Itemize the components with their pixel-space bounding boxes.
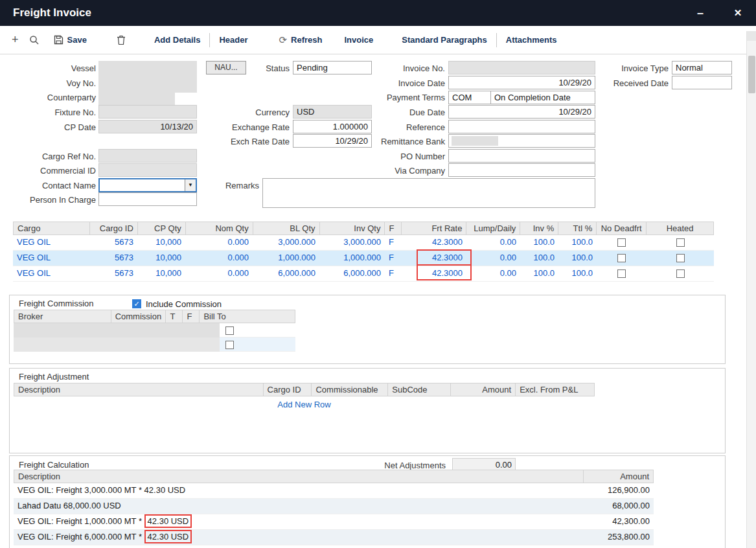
inv-pct-cell[interactable]: 100.0: [520, 266, 558, 281]
payment-terms-desc-field[interactable]: On Completion Date: [490, 91, 595, 104]
attachments-button[interactable]: Attachments: [506, 35, 557, 45]
cargo-table-row[interactable]: VEG OIL 5673 10,000 0.000 1,000.000 1,00…: [13, 251, 714, 266]
no-deadfrt-checkbox[interactable]: [617, 269, 626, 278]
bl-qty-cell[interactable]: 1,000.000: [253, 251, 319, 266]
bl-qty-cell[interactable]: 6,000.000: [253, 266, 319, 281]
frt-rate-cell[interactable]: 42.3000: [402, 251, 466, 266]
counterparty-field[interactable]: [98, 93, 175, 106]
nom-qty-cell[interactable]: 0.000: [185, 235, 253, 250]
add-details-label: Add Details: [154, 35, 201, 45]
payment-terms-code-field[interactable]: COM: [448, 91, 491, 104]
heated-cell: [647, 251, 714, 266]
via-company-field[interactable]: [448, 163, 595, 177]
cargo-table-header: Cargo Cargo ID CP Qty Nom Qty BL Qty Inv…: [13, 222, 714, 235]
po-number-field[interactable]: [448, 149, 595, 163]
cargo-table-row[interactable]: VEG OIL 5673 10,000 0.000 6,000.000 6,00…: [13, 266, 714, 282]
remittance-bank-field[interactable]: [448, 134, 595, 148]
contact-name-dropdown[interactable]: ▼: [98, 178, 197, 192]
voy-no-field[interactable]: [98, 77, 197, 93]
vessel-field[interactable]: [98, 61, 197, 77]
remarks-textarea[interactable]: [262, 178, 595, 208]
commission-row[interactable]: [14, 323, 295, 337]
cargo-ref-no-field[interactable]: [98, 149, 197, 163]
broker-field[interactable]: [14, 337, 220, 352]
chevron-down-icon[interactable]: ▼: [185, 179, 196, 191]
cp-date-field[interactable]: 10/13/20: [98, 120, 197, 133]
exchange-rate-field[interactable]: 1.000000: [293, 120, 372, 133]
ttl-pct-cell[interactable]: 100.0: [558, 235, 597, 250]
broker-field[interactable]: [14, 323, 220, 337]
cargo-cell[interactable]: VEG OIL: [13, 266, 89, 281]
commission-row[interactable]: [14, 337, 295, 352]
bill-to-checkbox[interactable]: [225, 341, 234, 349]
received-date-field[interactable]: [672, 76, 732, 89]
include-commission-checkbox[interactable]: ✓: [132, 299, 141, 308]
add-button[interactable]: +: [12, 33, 19, 47]
minimize-icon[interactable]: –: [687, 6, 713, 20]
save-button[interactable]: Save: [54, 35, 87, 45]
person-in-charge-field[interactable]: [98, 192, 197, 206]
inv-pct-cell[interactable]: 100.0: [520, 235, 558, 250]
heated-checkbox[interactable]: [676, 269, 685, 278]
commercial-id-field[interactable]: [98, 163, 197, 177]
nau-button[interactable]: NAU...: [206, 61, 246, 74]
status-field[interactable]: Pending: [293, 61, 372, 74]
column-header: T: [166, 310, 183, 323]
lump-daily-cell[interactable]: 0.00: [466, 266, 520, 281]
heated-checkbox[interactable]: [676, 254, 685, 262]
inv-qty-cell[interactable]: 1,000.000: [319, 251, 385, 266]
add-details-button[interactable]: Add Details: [154, 35, 201, 45]
via-company-label: Via Company: [363, 164, 445, 177]
currency-field[interactable]: USD: [293, 105, 372, 119]
ttl-pct-cell[interactable]: 100.0: [558, 251, 597, 266]
cargo-id-cell[interactable]: 5673: [89, 266, 137, 281]
reference-field[interactable]: [448, 120, 595, 133]
delete-button[interactable]: [117, 35, 126, 45]
nom-qty-cell[interactable]: 0.000: [185, 266, 253, 281]
inv-qty-cell[interactable]: 6,000.000: [319, 266, 385, 281]
scrollbar-top-button[interactable]: [747, 31, 756, 41]
exch-rate-date-label: Exch Rate Date: [214, 135, 290, 148]
no-deadfrt-checkbox[interactable]: [617, 238, 626, 247]
f-cell[interactable]: F: [385, 235, 402, 250]
search-button[interactable]: [29, 35, 40, 45]
lump-daily-cell[interactable]: 0.00: [466, 251, 520, 266]
fixture-no-field[interactable]: [98, 105, 197, 119]
inv-qty-cell[interactable]: 3,000.000: [319, 235, 385, 250]
close-icon[interactable]: ✕: [725, 7, 751, 19]
invoice-no-field[interactable]: [448, 61, 595, 74]
cp-qty-cell[interactable]: 10,000: [137, 235, 185, 250]
bl-qty-cell[interactable]: 3,000.000: [253, 235, 319, 250]
cargo-id-cell[interactable]: 5673: [89, 235, 137, 250]
lump-daily-cell[interactable]: 0.00: [466, 235, 520, 250]
f-cell[interactable]: F: [385, 266, 402, 281]
standard-paragraphs-button[interactable]: Standard Paragraphs: [402, 35, 487, 45]
invoice-date-field[interactable]: 10/29/20: [448, 76, 595, 89]
no-deadfrt-checkbox[interactable]: [617, 254, 626, 262]
frt-rate-cell[interactable]: 42.3000: [402, 266, 466, 281]
nom-qty-cell[interactable]: 0.000: [185, 251, 253, 266]
cargo-cell[interactable]: VEG OIL: [13, 235, 89, 250]
due-date-field[interactable]: 10/29/20: [448, 105, 595, 119]
cargo-table-row[interactable]: VEG OIL 5673 10,000 0.000 3,000.000 3,00…: [13, 235, 714, 251]
frt-rate-cell[interactable]: 42.3000: [402, 235, 466, 250]
exch-rate-date-field[interactable]: 10/29/20: [293, 134, 372, 148]
cp-qty-cell[interactable]: 10,000: [137, 266, 185, 281]
inv-pct-cell[interactable]: 100.0: [520, 251, 558, 266]
scrollbar-thumb[interactable]: [748, 56, 755, 93]
invoice-button[interactable]: Invoice: [344, 35, 373, 45]
f-cell[interactable]: F: [385, 251, 402, 266]
header-button[interactable]: Header: [219, 35, 247, 45]
cargo-cell[interactable]: VEG OIL: [13, 251, 89, 266]
cargo-id-cell[interactable]: 5673: [89, 251, 137, 266]
add-new-row-link[interactable]: Add New Row: [14, 400, 595, 409]
cp-qty-cell[interactable]: 10,000: [137, 251, 185, 266]
bill-to-checkbox[interactable]: [225, 326, 234, 335]
vertical-scrollbar[interactable]: [746, 31, 756, 548]
refresh-button[interactable]: ⟳ Refresh: [279, 34, 322, 46]
heated-checkbox[interactable]: [676, 238, 685, 247]
include-commission-label: Include Commission: [146, 299, 222, 309]
invoice-type-field[interactable]: Normal: [672, 61, 732, 74]
ttl-pct-cell[interactable]: 100.0: [558, 266, 597, 281]
toolbar-separator: [209, 33, 210, 47]
